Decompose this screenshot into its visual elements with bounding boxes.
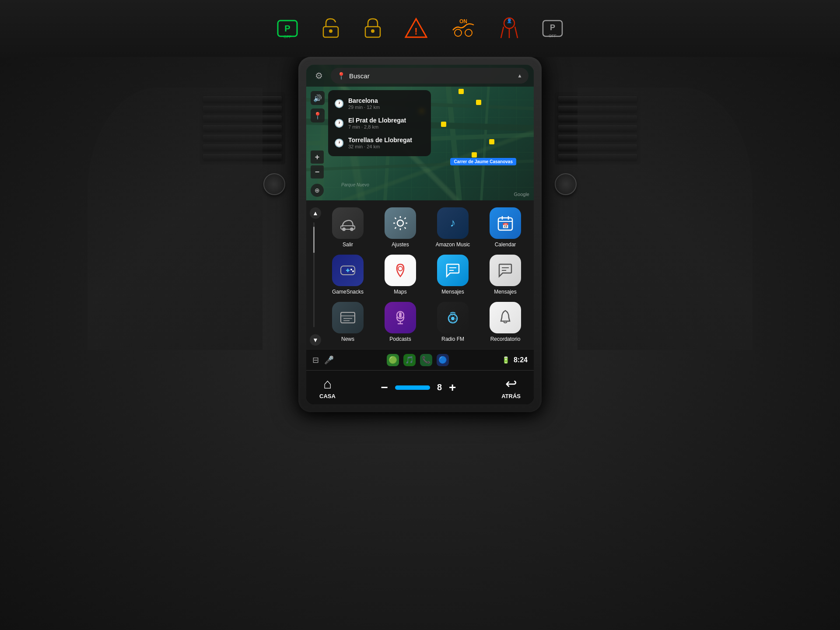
dash-texture-right	[578, 88, 752, 350]
dest-name-barcelona: Barcelona	[348, 97, 380, 104]
app-item-calendar[interactable]: 📅 Calendar	[481, 207, 529, 248]
svg-point-4	[329, 29, 332, 33]
scroll-bar	[313, 222, 315, 327]
scroll-thumb	[313, 227, 315, 253]
map-destinations-panel: 🕐 Barcelona 29 min · 12 km 🕐 El Prat de …	[328, 90, 431, 156]
svg-point-10	[465, 29, 472, 36]
status-app-other[interactable]: 🔵	[437, 354, 449, 366]
status-home-icon[interactable]: ⊟	[312, 355, 319, 365]
back-icon: ↩	[505, 375, 517, 392]
svg-text:P: P	[550, 23, 555, 32]
svg-rect-53	[399, 312, 402, 318]
map-marker-1	[476, 100, 481, 105]
app-item-maps[interactable]: Maps	[376, 255, 424, 295]
app-item-podcasts[interactable]: Podcasts	[376, 302, 424, 342]
status-mic-icon[interactable]: 🎤	[324, 355, 334, 365]
nav-home-button[interactable]: ⌂ CASA	[319, 376, 336, 399]
indicator-lock-open	[316, 14, 345, 42]
map-compass[interactable]: ⊕	[311, 184, 324, 197]
svg-point-42	[352, 270, 354, 272]
app-item-amazon-music[interactable]: ♪ Amazon Music	[429, 207, 477, 248]
dest-name-torrellas: Torrellas de Llobregat	[348, 136, 412, 144]
app-label-ajustes: Ajustes	[392, 242, 409, 248]
app-grid: Salir Ajustes ♪	[324, 206, 529, 344]
app-item-mensajes1[interactable]: Mensajes	[429, 255, 477, 295]
indicator-off: P OFF	[537, 14, 568, 42]
dest-detail-prat: 7 min · 2,8 km	[348, 124, 406, 130]
app-label-maps: Maps	[394, 289, 406, 295]
app-icon-podcasts	[385, 302, 416, 333]
map-search-bar[interactable]: 📍 Buscar ▲	[331, 68, 528, 84]
app-label-calendar: Calendar	[495, 242, 516, 248]
zoom-out-button[interactable]: −	[311, 165, 324, 178]
svg-point-6	[371, 29, 374, 33]
svg-text:OFF: OFF	[284, 35, 291, 39]
scroll-up-button[interactable]: ▲	[310, 207, 321, 219]
indicator-park: P OFF	[272, 14, 303, 42]
destination-item-prat[interactable]: 🕐 El Prat de Llobregat 7 min · 2,8 km	[328, 113, 431, 133]
app-icon-mensajes2	[490, 255, 521, 286]
indicator-lock-closed	[358, 14, 387, 42]
indicator-warning: !	[400, 14, 432, 42]
app-icon-recordatorio	[490, 302, 521, 333]
app-icon-radiofm	[437, 302, 469, 333]
status-app-phone[interactable]: 📞	[420, 354, 432, 366]
battery-icon: 🔋	[502, 356, 510, 364]
app-item-radiofm[interactable]: Radio FM	[429, 302, 477, 342]
status-left-icons: ⊟ 🎤	[312, 355, 334, 365]
app-label-news: News	[341, 336, 354, 342]
channel-plus-button[interactable]: +	[449, 381, 456, 395]
svg-text:ON: ON	[459, 18, 467, 24]
scroll-down-button[interactable]: ▼	[310, 334, 321, 346]
destination-item-torrellas[interactable]: 🕐 Torrellas de Llobregat 32 min · 24 km	[328, 133, 431, 153]
map-marker-4	[489, 139, 494, 144]
app-label-podcasts: Podcasts	[389, 336, 411, 342]
map-search-text: Buscar	[349, 72, 370, 80]
map-settings-button[interactable]: ⚙	[312, 68, 326, 83]
svg-text:♪: ♪	[450, 216, 456, 229]
status-bar: ⊟ 🎤 🟢 🎵 📞 🔵 🔋 8:24	[306, 349, 534, 370]
svg-line-14	[515, 27, 518, 38]
status-app-spotify[interactable]: 🎵	[403, 354, 416, 366]
app-item-gamesnacks[interactable]: GameSnacks	[324, 255, 372, 295]
nav-channel-control: − 8 +	[381, 381, 456, 395]
zoom-in-button[interactable]: +	[311, 150, 324, 164]
app-item-mensajes2[interactable]: Mensajes	[481, 255, 529, 295]
nav-back-button[interactable]: ↩ ATRÁS	[501, 375, 521, 399]
app-item-ajustes[interactable]: Ajustes	[376, 207, 424, 248]
status-app-google[interactable]: 🟢	[387, 354, 399, 366]
dest-detail-barcelona: 29 min · 12 km	[348, 105, 380, 110]
svg-text:👤: 👤	[507, 18, 512, 24]
map-marker-2	[458, 89, 464, 94]
map-audio-button[interactable]: 🔊	[311, 91, 325, 105]
map-side-buttons: 🔊 📍	[311, 91, 325, 122]
dashboard: P OFF !	[0, 0, 840, 630]
app-item-recordatorio[interactable]: Recordatorio	[481, 302, 529, 342]
svg-point-31	[397, 220, 403, 226]
channel-bar	[395, 385, 430, 390]
map-topbar: ⚙ 📍 Buscar ▲	[306, 65, 534, 87]
home-icon: ⌂	[323, 376, 332, 392]
map-marker-3	[441, 122, 446, 127]
map-section[interactable]: Carrer de Jaume Casanovas Parque Nuevo G…	[306, 65, 534, 200]
right-vent-knob[interactable]	[555, 173, 577, 195]
dest-info-torrellas: Torrellas de Llobregat 32 min · 24 km	[348, 136, 412, 149]
svg-point-30	[350, 228, 354, 231]
svg-point-29	[342, 228, 346, 231]
app-item-salir[interactable]: Salir	[324, 207, 372, 248]
apps-section: ▲ ▼ Sal	[306, 200, 534, 349]
app-icon-gamesnacks	[332, 255, 364, 286]
svg-text:P: P	[284, 24, 290, 33]
map-location-button[interactable]: 📍	[311, 108, 325, 122]
bottom-nav: ⌂ CASA − 8 + ↩ ATRÁS	[306, 370, 534, 404]
app-item-news[interactable]: News	[324, 302, 372, 342]
indicator-seatbelt: 👤	[495, 14, 524, 42]
app-label-mensajes1: Mensajes	[441, 289, 464, 295]
status-time: 8:24	[514, 356, 528, 364]
channel-minus-button[interactable]: −	[381, 381, 388, 395]
channel-number: 8	[437, 382, 442, 392]
screen-bezel: Carrer de Jaume Casanovas Parque Nuevo G…	[306, 65, 534, 404]
map-search-icon: 📍	[337, 72, 346, 80]
left-vent-knob[interactable]	[263, 173, 285, 195]
destination-item-barcelona[interactable]: 🕐 Barcelona 29 min · 12 km	[328, 94, 431, 113]
